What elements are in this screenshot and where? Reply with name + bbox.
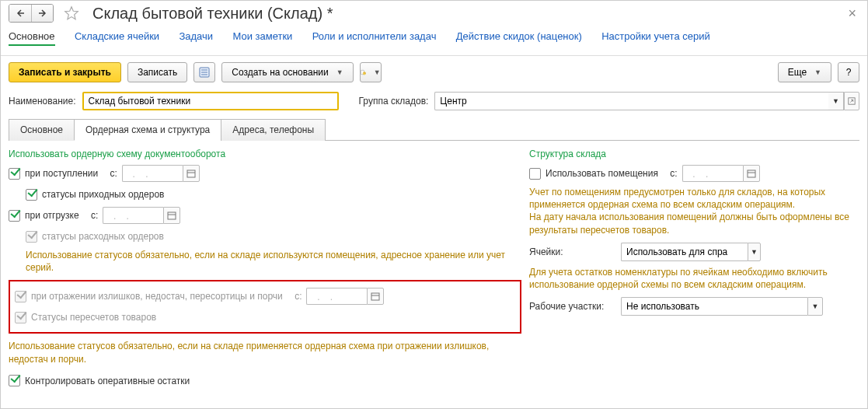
rooms-date-picker[interactable] [743,165,760,182]
control-balance-label: Контролировать оперативные остатки [25,376,190,386]
titlebar: Склад бытовой техники (Склад) * × [1,1,867,24]
section-notes[interactable]: Мои заметки [232,30,292,42]
cells-input[interactable] [621,243,748,261]
arrow-left-icon [16,9,25,18]
from-label: с: [295,291,302,302]
header-fields: Наименование: Группа складов: ▼ [1,89,867,118]
areas-input[interactable] [621,297,807,316]
rooms-date-input[interactable] [682,165,743,182]
save-button[interactable]: Записать [127,62,187,82]
calendar-icon [747,169,756,178]
receipt-date [122,165,200,182]
from-label: с: [110,168,117,179]
surplus-date-input[interactable] [306,288,367,305]
right-column: Структура склада Использовать помещения … [529,149,859,393]
shipment-date-picker[interactable] [163,207,180,224]
open-icon [848,97,856,105]
inner-tab-main[interactable]: Основное [9,119,75,141]
create-from-button[interactable]: Создать на основании ▼ [221,62,353,82]
cells-label: Ячейки: [529,246,615,257]
on-surplus-label: при отражении излишков, недостач, пересо… [31,291,283,302]
inner-tabs: Основное Ордерная схема и структура Адре… [9,118,859,141]
report-icon [361,66,366,79]
left-group-title: Использовать ордерную схему документообо… [9,149,521,159]
use-rooms-label: Использовать помещения [546,168,658,179]
chevron-down-icon: ▼ [814,68,821,76]
receipt-date-input[interactable] [122,165,183,182]
list-icon [199,67,210,78]
calendar-icon [186,169,196,178]
calendar-icon [371,292,380,301]
shipment-date-input[interactable] [103,207,163,224]
shipment-date [103,207,180,224]
checkbox-use-rooms[interactable] [529,168,541,180]
section-main[interactable]: Основное [9,30,55,46]
group-dropdown-button[interactable]: ▼ [828,92,844,110]
close-button[interactable]: × [843,5,861,22]
svg-rect-11 [371,293,379,300]
help-button[interactable]: ? [838,62,859,82]
on-receipt-label: при поступлении [25,168,98,179]
inner-tab-order-scheme[interactable]: Ордерная схема и структура [74,119,221,141]
receipt-statuses-label: статусы приходных ордеров [42,189,164,200]
note-cells: Для учета остатков номенклатуры по ячейк… [529,266,859,291]
name-input[interactable] [82,92,339,110]
svg-rect-7 [187,170,195,177]
section-roles[interactable]: Роли и исполнители задач [312,30,437,42]
section-series[interactable]: Настройки учета серий [601,30,710,42]
cells-select: ▼ [621,243,761,261]
more-label: Еще [788,67,807,78]
chevron-down-icon: ▼ [336,68,343,76]
group-input[interactable] [434,92,828,110]
receipt-date-picker[interactable] [183,165,200,182]
forward-button[interactable] [31,5,53,22]
from-label: с: [91,210,98,221]
section-discounts[interactable]: Действие скидок (наценок) [456,30,582,42]
areas-label: Рабочие участки: [529,301,615,312]
shipment-statuses-label: статусы расходных ордеров [42,231,164,242]
section-tasks[interactable]: Задачи [179,30,213,42]
checkbox-shipment-statuses [26,231,37,243]
note-rooms: Учет по помещениям предусмотрен только д… [529,186,859,236]
surplus-date [306,288,384,305]
chevron-down-icon: ▼ [374,68,381,76]
note-statuses-required: Использование статусов обязательно, если… [26,249,521,274]
rooms-date [682,165,760,182]
name-label: Наименование: [9,96,76,107]
svg-rect-9 [168,212,176,219]
on-shipment-label: при отгрузке [25,210,79,221]
checkbox-recount-statuses [15,312,26,323]
group-label: Группа складов: [359,96,429,107]
group-open-button[interactable] [844,92,859,110]
from-label: с: [670,168,677,179]
arrow-right-icon [38,9,47,18]
save-close-button[interactable]: Записать и закрыть [9,62,121,82]
back-button[interactable] [9,5,31,22]
recount-statuses-label: Статусы пересчетов товаров [31,312,156,323]
list-button[interactable] [193,62,215,82]
calendar-icon [167,211,176,220]
window-title: Склад бытовой техники (Склад) * [92,5,838,23]
checkbox-on-shipment[interactable] [9,210,20,222]
toolbar: Записать и закрыть Записать Создать на о… [1,56,867,89]
checkbox-receipt-statuses[interactable] [26,189,37,201]
section-tabs: Основное Складские ячейки Задачи Мои зам… [1,24,867,56]
more-button[interactable]: Еще ▼ [778,62,831,82]
checkbox-on-surplus [15,291,26,302]
inner-tab-addresses[interactable]: Адреса, телефоны [221,119,326,141]
areas-dropdown-button[interactable]: ▼ [807,297,823,316]
surplus-date-picker[interactable] [367,288,384,305]
nav-buttons [9,4,54,23]
note-surplus-required: Использование статусов обязательно, если… [9,340,521,365]
left-column: Использовать ордерную схему документообо… [9,149,521,393]
section-cells[interactable]: Складские ячейки [75,30,159,42]
checkbox-on-receipt[interactable] [9,168,20,180]
checkbox-control-balance[interactable] [9,375,20,386]
cells-dropdown-button[interactable]: ▼ [748,243,761,261]
create-from-label: Создать на основании [232,67,329,78]
right-group-title: Структура склада [529,149,859,159]
reports-button[interactable]: ▼ [360,62,382,82]
group-select: ▼ [434,92,859,110]
areas-select: ▼ [621,297,823,316]
favorite-button[interactable] [63,5,80,22]
